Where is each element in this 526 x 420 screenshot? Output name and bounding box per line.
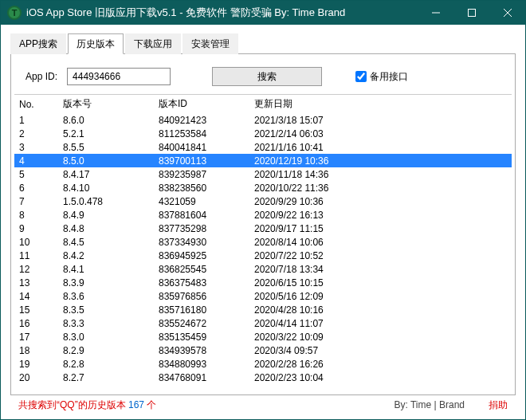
cell-date: 2020/3/22 10:09 [249,330,512,343]
col-header-version[interactable]: 版本号 [58,95,154,113]
cell-date: 2020/7/18 13:34 [249,262,512,276]
cell-date: 2020/8/14 10:06 [249,235,512,249]
cell-vid: 837735298 [154,222,249,235]
app-window: T iOS App Store 旧版应用下载v5.1 - 免费软件 警防受骗 B… [0,0,526,420]
cell-vid: 837881604 [154,208,249,222]
cell-no: 12 [14,262,58,276]
col-header-vid[interactable]: 版本ID [154,95,249,113]
cell-no: 7 [14,194,58,208]
cell-date: 2020/2/28 16:26 [249,357,512,371]
cell-no: 19 [14,357,58,371]
cell-vid: 836375483 [154,276,249,289]
cell-vid: 839700113 [154,154,249,167]
cell-vid: 4321059 [154,194,249,208]
table-row[interactable]: 198.2.88348809932020/2/28 16:26 [14,357,512,371]
cell-date: 2021/1/16 10:41 [249,140,512,154]
table-row[interactable]: 68.4.108382385602020/10/22 11:36 [14,181,512,194]
cell-vid: 836945925 [154,249,249,262]
cell-date: 2020/12/19 10:36 [249,154,512,167]
cell-version: 8.4.10 [58,181,154,194]
cell-vid: 835135459 [154,330,249,343]
cell-vid: 837334930 [154,235,249,249]
cell-date: 2020/10/22 11:36 [249,181,512,194]
table-row[interactable]: 178.3.08351354592020/3/22 10:09 [14,330,512,343]
tab-download[interactable]: 下载应用 [125,33,181,54]
minimize-button[interactable] [418,1,453,25]
table-row[interactable]: 138.3.98363754832020/6/15 10:15 [14,276,512,289]
cell-no: 8 [14,208,58,222]
cell-version: 8.3.6 [58,289,154,303]
table-row[interactable]: 25.2.18112535842021/2/14 06:03 [14,127,512,140]
cell-no: 16 [14,316,58,330]
table-row[interactable]: 38.5.58400418412021/1/16 10:41 [14,140,512,154]
cell-date: 2020/9/17 11:15 [249,222,512,235]
close-button[interactable] [489,1,525,25]
titlebar: T iOS App Store 旧版应用下载v5.1 - 免费软件 警防受骗 B… [1,1,525,25]
tab-history[interactable]: 历史版本 [68,33,124,54]
version-table-wrap[interactable]: No. 版本号 版本ID 更新日期 18.6.08409214232021/3/… [14,94,512,391]
backup-checkbox[interactable] [355,71,367,82]
backup-label: 备用接口 [370,70,408,84]
cell-vid: 834768091 [154,371,249,384]
cell-no: 17 [14,330,58,343]
cell-version: 8.4.17 [58,167,154,181]
search-bar: App ID: 搜索 备用接口 [11,54,515,94]
table-row[interactable]: 158.3.58357161802020/4/28 10:16 [14,303,512,316]
cell-version: 8.4.5 [58,235,154,249]
cell-vid: 840041841 [154,140,249,154]
close-icon [504,9,512,17]
cell-version: 5.2.1 [58,127,154,140]
tab-strip: APP搜索 历史版本 下载应用 安装管理 [10,33,516,54]
cell-date: 2020/3/4 09:57 [249,343,512,357]
cell-no: 10 [14,235,58,249]
appid-label: App ID: [26,71,57,82]
cell-date: 2020/7/22 10:52 [249,249,512,262]
cell-version: 8.3.0 [58,330,154,343]
version-table: No. 版本号 版本ID 更新日期 18.6.08409214232021/3/… [14,95,512,384]
table-row[interactable]: 18.6.08409214232021/3/18 15:07 [14,113,512,127]
table-row[interactable]: 208.2.78347680912020/2/23 10:04 [14,371,512,384]
cell-version: 8.3.3 [58,316,154,330]
cell-version: 8.4.9 [58,208,154,222]
donate-link[interactable]: 捐助 [489,398,508,412]
table-row[interactable]: 148.3.68359768562020/5/16 12:09 [14,289,512,303]
col-header-date[interactable]: 更新日期 [249,95,512,113]
table-row[interactable]: 188.2.98349395782020/3/4 09:57 [14,343,512,357]
window-title: iOS App Store 旧版应用下载v5.1 - 免费软件 警防受骗 By:… [26,6,418,20]
col-header-no[interactable]: No. [14,95,58,113]
maximize-button[interactable] [453,1,489,25]
table-row[interactable]: 118.4.28369459252020/7/22 10:52 [14,249,512,262]
app-icon: T [7,6,22,20]
table-row[interactable]: 98.4.88377352982020/9/17 11:15 [14,222,512,235]
cell-version: 8.3.5 [58,303,154,316]
table-row[interactable]: 58.4.178392359872020/11/18 14:36 [14,167,512,181]
table-row[interactable]: 88.4.98378816042020/9/22 16:13 [14,208,512,222]
cell-date: 2020/4/28 10:16 [249,303,512,316]
backup-checkbox-wrap[interactable]: 备用接口 [355,70,408,84]
cell-date: 2021/2/14 06:03 [249,127,512,140]
table-row[interactable]: 71.5.0.47843210592020/9/29 10:36 [14,194,512,208]
tab-install[interactable]: 安装管理 [183,33,238,54]
cell-no: 5 [14,167,58,181]
tab-app-search[interactable]: APP搜索 [10,33,66,54]
cell-date: 2020/2/23 10:04 [249,371,512,384]
cell-vid: 838238560 [154,181,249,194]
search-button[interactable]: 搜索 [212,67,322,86]
table-row[interactable]: 48.5.08397001132020/12/19 10:36 [14,154,512,167]
status-left: 共搜索到“QQ”的历史版本 167 个 [18,398,394,412]
cell-no: 3 [14,140,58,154]
cell-date: 2020/9/29 10:36 [249,194,512,208]
cell-version: 8.4.8 [58,222,154,235]
cell-vid: 834880993 [154,357,249,371]
cell-no: 18 [14,343,58,357]
cell-vid: 835716180 [154,303,249,316]
table-row[interactable]: 128.4.18368255452020/7/18 13:34 [14,262,512,276]
status-bar: 共搜索到“QQ”的历史版本 167 个 By: Time | Brand 捐助 [10,395,516,414]
client-area: APP搜索 历史版本 下载应用 安装管理 App ID: 搜索 备用接口 [1,25,525,419]
cell-vid: 835524672 [154,316,249,330]
appid-input[interactable] [67,68,171,85]
table-row[interactable]: 168.3.38355246722020/4/14 11:07 [14,316,512,330]
table-row[interactable]: 108.4.58373349302020/8/14 10:06 [14,235,512,249]
cell-version: 8.6.0 [58,113,154,127]
cell-vid: 835976856 [154,289,249,303]
